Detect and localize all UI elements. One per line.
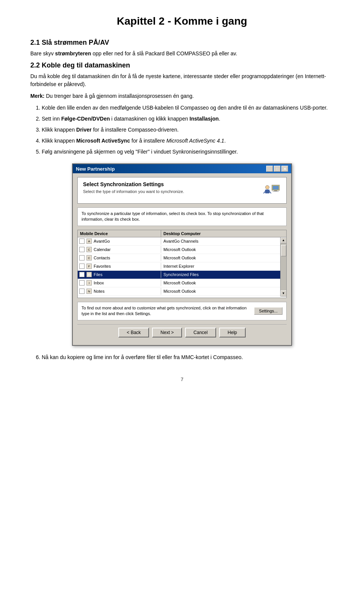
row-label-col2: Microsoft Outlook (161, 246, 280, 253)
table-row[interactable]: ✓FFilesSynchronized Files (78, 271, 280, 279)
dialog-title: New Partnership (76, 166, 115, 172)
step-2: Sett inn Følge-CDen/DVDen i datamaskinen… (42, 115, 334, 123)
step2-text3: . (219, 116, 220, 122)
row-checkbox[interactable] (79, 255, 85, 260)
step6-list: Nå kan du kopiere og lime inn for å over… (42, 353, 334, 361)
sync-table-body: AAvantGoAvantGo ChannelsCCalendarMicroso… (78, 237, 286, 297)
section1-bold: strømbryteren (55, 50, 91, 56)
maximize-button[interactable]: □ (274, 166, 281, 172)
section2-intro: Du må koble deg til datamaskinen din for… (30, 72, 334, 88)
step2-bold1: Følge-CDen/DVDen (61, 116, 110, 122)
row-label-col1: Inbox (94, 281, 104, 285)
row-icon: F (86, 272, 92, 277)
row-checkbox[interactable] (79, 247, 85, 252)
row-checkbox[interactable] (79, 280, 85, 286)
svg-line-7 (270, 191, 271, 193)
row-icon: C (86, 255, 92, 260)
section1-text-prefix: Bare skyv (30, 50, 55, 56)
table-scroll-spacer (280, 230, 286, 237)
steps-list: Koble den lille enden av den medfølgende… (42, 104, 334, 156)
row-label-col1: Contacts (94, 256, 110, 260)
dialog-titlebar: New Partnership _ □ ✕ (73, 164, 291, 173)
dialog-footer: < Back Next > Cancel Help (77, 324, 287, 341)
table-col1-header: Mobile Device (78, 230, 161, 237)
row-icon: F (86, 264, 92, 269)
help-button[interactable]: Help (219, 328, 246, 337)
sync-rows: AAvantGoAvantGo ChannelsCCalendarMicroso… (78, 237, 280, 297)
section2-heading: 2.2 Koble deg til datamaskinen (30, 61, 334, 69)
dialog-header-text: Select Synchronization Settings Select t… (83, 181, 184, 195)
row-label-col1: AvantGo (94, 239, 110, 243)
step3-bold: Driver (76, 127, 91, 133)
back-button[interactable]: < Back (118, 328, 149, 337)
row-icon: N (86, 289, 92, 294)
section1-heading: 2.1 Slå strømmen PÅ/AV (30, 39, 334, 47)
dialog-header-sub: Select the type of information you want … (83, 188, 184, 195)
dialog-bottom-text: To find out more about and to customize … (82, 305, 250, 317)
row-label-col1: Calendar (94, 247, 111, 252)
step2-text1: Sett inn (42, 116, 61, 122)
step-4: Klikk knappen Microsoft ActiveSync for å… (42, 137, 334, 145)
close-button[interactable]: ✕ (281, 166, 288, 172)
scroll-track (281, 243, 287, 290)
row-icon: I (86, 280, 92, 286)
row-checkbox[interactable] (79, 239, 85, 244)
note-bold: Merk: (30, 93, 44, 99)
row-label-col2: Internet Explorer (161, 263, 280, 269)
scrollbar[interactable]: ▲ ▼ (280, 237, 286, 297)
cancel-button[interactable]: Cancel (185, 328, 216, 337)
step2-bold2: Installasjon (190, 116, 219, 122)
dialog-body: Select Synchronization Settings Select t… (73, 173, 291, 345)
scroll-up-button[interactable]: ▲ (281, 237, 287, 243)
section2-note: Merk: Du trenger bare å gå gjennom insta… (30, 92, 334, 100)
dialog-bottom-info: To find out more about and to customize … (77, 302, 287, 320)
page-number: 7 (30, 377, 334, 382)
row-checkbox[interactable] (79, 289, 85, 294)
dialog-header-title: Select Synchronization Settings (83, 181, 184, 187)
step2-text2: i datamaskinen og klikk knappen (110, 116, 190, 122)
step-3: Klikk knappen Driver for å installere Co… (42, 126, 334, 134)
row-checkbox[interactable]: ✓ (79, 272, 85, 277)
table-row[interactable]: CContactsMicrosoft Outlook (78, 254, 280, 262)
step3-text2: for å installere Compasseo-driveren. (92, 127, 179, 133)
step4-text3: . (224, 138, 226, 144)
svg-rect-1 (273, 186, 279, 190)
svg-line-6 (264, 191, 265, 193)
dialog-header-section: Select Synchronization Settings Select t… (77, 177, 287, 204)
row-checkbox[interactable] (79, 264, 85, 269)
row-label-col2: Microsoft Outlook (161, 280, 280, 286)
dialog-window: New Partnership _ □ ✕ Select Synchroniza… (72, 163, 292, 346)
table-row[interactable]: IInboxMicrosoft Outlook (78, 279, 280, 287)
next-button[interactable]: Next > (152, 328, 182, 337)
scroll-thumb[interactable] (281, 245, 286, 256)
row-label-col2: Synchronized Files (161, 271, 280, 278)
row-label-col1: Files (94, 272, 102, 277)
row-label-col1: Favorites (94, 264, 111, 268)
row-label-col1: Notes (94, 289, 105, 293)
section1-text: Bare skyv strømbryteren opp eller ned fo… (30, 50, 334, 58)
section1-text-suffix: opp eller ned for å slå Packard Bell COM… (91, 50, 237, 56)
table-row[interactable]: NNotesMicrosoft Outlook (78, 287, 280, 296)
sync-table: Mobile Device Desktop Computer AAvantGoA… (77, 230, 287, 298)
table-row[interactable]: CCalendarMicrosoft Outlook (78, 246, 280, 254)
row-label-col2: AvantGo Channels (161, 238, 280, 244)
svg-rect-2 (274, 190, 277, 191)
row-label-col2: Microsoft Outlook (161, 255, 280, 261)
row-label-col2: Microsoft Outlook (161, 288, 280, 294)
scroll-down-button[interactable]: ▼ (281, 290, 287, 297)
note-text: Du trenger bare å gå gjennom installasjo… (44, 93, 194, 99)
step-1: Koble den lille enden av den medfølgende… (42, 104, 334, 112)
step4-italic: Microsoft ActiveSync 4.1 (166, 138, 224, 144)
settings-button[interactable]: Settings... (254, 307, 282, 315)
titlebar-buttons: _ □ ✕ (266, 166, 288, 172)
table-row[interactable]: AAvantGoAvantGo Channels (78, 237, 280, 246)
svg-rect-3 (273, 191, 279, 192)
step4-text1: Klikk knappen (42, 138, 76, 144)
table-row[interactable]: FFavoritesInternet Explorer (78, 262, 280, 271)
step4-bold: Microsoft ActiveSync (76, 138, 130, 144)
svg-rect-5 (265, 190, 270, 193)
step3-text1: Klikk knappen (42, 127, 76, 133)
row-icon: A (86, 239, 92, 244)
minimize-button[interactable]: _ (266, 166, 273, 172)
step-5: Følg anvisningene på skjermen og velg "F… (42, 148, 334, 156)
